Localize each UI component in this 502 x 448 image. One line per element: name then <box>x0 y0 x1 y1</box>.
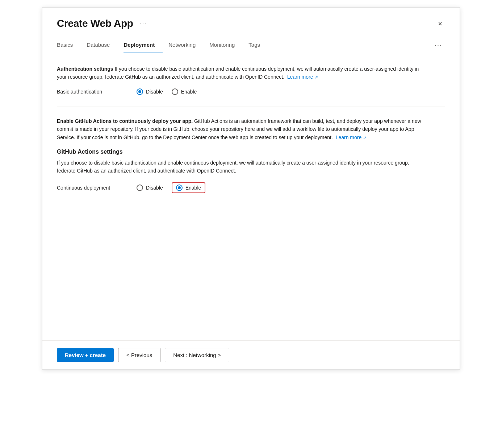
next-button[interactable]: Next : Networking > <box>165 348 229 362</box>
auth-settings-description: Authentication settings If you choose to… <box>57 65 426 81</box>
cd-disable-option[interactable]: Disable <box>137 184 163 191</box>
tab-monitoring[interactable]: Monitoring <box>209 38 243 53</box>
cd-disable-radio[interactable] <box>137 184 143 191</box>
auth-settings-bold: Authentication settings <box>57 66 113 72</box>
create-web-app-dialog: Create Web App ··· × Basics Database Dep… <box>42 7 460 370</box>
tab-tags[interactable]: Tags <box>248 38 268 53</box>
basic-auth-enable-option[interactable]: Enable <box>172 88 197 95</box>
tab-basics[interactable]: Basics <box>57 38 81 53</box>
tab-deployment[interactable]: Deployment <box>124 38 163 53</box>
cd-enable-radio-inner <box>178 186 181 189</box>
basic-auth-disable-radio[interactable] <box>137 88 143 95</box>
separator-1 <box>57 107 445 107</box>
continuous-deployment-label: Continuous deployment <box>57 185 137 191</box>
cd-enable-label: Enable <box>185 185 201 191</box>
header-left: Create Web App ··· <box>57 18 150 29</box>
github-actions-bold: Enable GitHub Actions to continuously de… <box>57 118 193 124</box>
page-title: Create Web App <box>57 18 133 29</box>
basic-auth-enable-label: Enable <box>181 89 197 95</box>
basic-auth-enable-radio[interactable] <box>172 88 178 95</box>
previous-button[interactable]: < Previous <box>118 348 160 362</box>
github-actions-section: Enable GitHub Actions to continuously de… <box>57 117 445 193</box>
tab-database[interactable]: Database <box>87 38 118 53</box>
cd-disable-label: Disable <box>146 185 163 191</box>
auth-learn-more-link[interactable]: Learn more <box>287 74 318 80</box>
continuous-deployment-field-row: Continuous deployment Disable Enable <box>57 182 445 193</box>
dialog-header: Create Web App ··· × <box>42 8 460 29</box>
basic-auth-label: Basic authentication <box>57 89 137 95</box>
header-ellipsis-button[interactable]: ··· <box>138 19 150 28</box>
tabs-navigation: Basics Database Deployment Networking Mo… <box>42 29 460 53</box>
github-learn-more-link[interactable]: Learn more <box>336 134 367 140</box>
cd-enable-option[interactable]: Enable <box>172 182 206 193</box>
github-actions-description: Enable GitHub Actions to continuously de… <box>57 117 426 141</box>
github-actions-settings-description: If you choose to disable basic authentic… <box>57 159 426 175</box>
basic-auth-radio-group: Disable Enable <box>137 88 197 95</box>
close-button[interactable]: × <box>435 18 445 29</box>
basic-auth-disable-label: Disable <box>146 89 163 95</box>
basic-auth-disable-radio-inner <box>138 90 141 93</box>
main-content: Authentication settings If you choose to… <box>42 53 460 340</box>
basic-auth-field-row: Basic authentication Disable Enable <box>57 88 445 95</box>
tab-networking[interactable]: Networking <box>168 38 204 53</box>
review-create-button[interactable]: Review + create <box>57 348 114 362</box>
dialog-footer: Review + create < Previous Next : Networ… <box>42 340 460 369</box>
continuous-deployment-radio-group: Disable Enable <box>137 182 205 193</box>
cd-enable-radio[interactable] <box>176 184 183 191</box>
basic-auth-disable-option[interactable]: Disable <box>137 88 163 95</box>
auth-settings-section: Authentication settings If you choose to… <box>57 65 445 95</box>
tabs-more-button[interactable]: ··· <box>432 39 445 52</box>
github-actions-settings-title: GitHub Actions settings <box>57 149 445 155</box>
